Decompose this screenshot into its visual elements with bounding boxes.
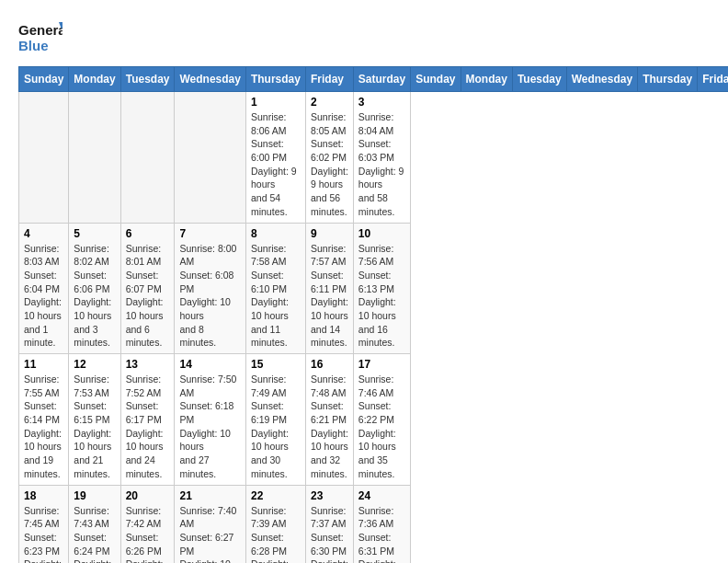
header-friday: Friday: [305, 67, 353, 92]
day-number: 9: [311, 227, 348, 240]
page-header: General Blue: [18, 18, 710, 57]
header-wednesday: Wednesday: [175, 67, 245, 92]
svg-text:General: General: [18, 22, 63, 38]
calendar-cell: 24Sunrise: 7:36 AMSunset: 6:31 PMDayligh…: [353, 485, 410, 563]
day-info: Sunrise: 8:04 AMSunset: 6:03 PMDaylight:…: [358, 110, 405, 219]
day-number: 10: [358, 227, 405, 240]
svg-text:Blue: Blue: [18, 38, 49, 53]
header-tuesday: Tuesday: [120, 67, 175, 92]
col-header-tuesday: Tuesday: [512, 67, 566, 92]
day-number: 5: [74, 227, 115, 240]
header-monday: Monday: [69, 67, 120, 92]
day-info: Sunrise: 8:05 AMSunset: 6:02 PMDaylight:…: [311, 110, 348, 219]
day-number: 18: [24, 489, 63, 502]
day-info: Sunrise: 7:52 AMSunset: 6:17 PMDaylight:…: [126, 373, 170, 481]
day-info: Sunrise: 8:03 AMSunset: 6:04 PMDaylight:…: [24, 242, 63, 350]
calendar-cell: [19, 92, 69, 224]
day-number: 16: [311, 358, 348, 371]
day-info: Sunrise: 7:39 AMSunset: 6:28 PMDaylight:…: [251, 504, 301, 564]
day-number: 15: [251, 358, 301, 371]
day-number: 21: [179, 489, 240, 502]
week-row-3: 11Sunrise: 7:55 AMSunset: 6:14 PMDayligh…: [19, 354, 729, 486]
day-number: 20: [126, 489, 170, 502]
col-header-wednesday: Wednesday: [566, 67, 637, 92]
calendar-cell: 22Sunrise: 7:39 AMSunset: 6:28 PMDayligh…: [245, 485, 305, 563]
day-number: 3: [358, 96, 405, 109]
day-number: 14: [179, 358, 240, 371]
day-number: 1: [251, 96, 301, 109]
calendar-table: SundayMondayTuesdayWednesdayThursdayFrid…: [18, 66, 728, 563]
day-info: Sunrise: 7:46 AMSunset: 6:22 PMDaylight:…: [358, 373, 405, 481]
day-number: 2: [311, 96, 348, 109]
day-info: Sunrise: 8:06 AMSunset: 6:00 PMDaylight:…: [251, 110, 301, 219]
calendar-cell: 15Sunrise: 7:49 AMSunset: 6:19 PMDayligh…: [245, 354, 305, 486]
day-number: 11: [24, 358, 63, 371]
day-number: 17: [358, 358, 405, 371]
calendar-cell: 4Sunrise: 8:03 AMSunset: 6:04 PMDaylight…: [19, 223, 69, 354]
col-header-thursday: Thursday: [638, 67, 698, 92]
day-number: 6: [126, 227, 170, 240]
header-thursday: Thursday: [245, 67, 305, 92]
week-row-1: 1Sunrise: 8:06 AMSunset: 6:00 PMDaylight…: [19, 92, 729, 224]
day-info: Sunrise: 7:45 AMSunset: 6:23 PMDaylight:…: [24, 504, 63, 564]
calendar-header-row: SundayMondayTuesdayWednesdayThursdayFrid…: [19, 67, 729, 92]
calendar-cell: 13Sunrise: 7:52 AMSunset: 6:17 PMDayligh…: [120, 354, 175, 486]
day-info: Sunrise: 7:57 AMSunset: 6:11 PMDaylight:…: [311, 242, 348, 350]
calendar-cell: 8Sunrise: 7:58 AMSunset: 6:10 PMDaylight…: [245, 223, 305, 354]
calendar-cell: [69, 92, 120, 224]
day-info: Sunrise: 7:42 AMSunset: 6:26 PMDaylight:…: [126, 504, 170, 564]
day-info: Sunrise: 7:37 AMSunset: 6:30 PMDaylight:…: [311, 504, 348, 564]
calendar-cell: 12Sunrise: 7:53 AMSunset: 6:15 PMDayligh…: [69, 354, 120, 486]
header-sunday: Sunday: [19, 67, 69, 92]
day-info: Sunrise: 7:56 AMSunset: 6:13 PMDaylight:…: [358, 242, 405, 350]
week-row-4: 18Sunrise: 7:45 AMSunset: 6:23 PMDayligh…: [19, 485, 729, 563]
calendar-cell: 7Sunrise: 8:00 AMSunset: 6:08 PMDaylight…: [175, 223, 245, 354]
col-header-sunday: Sunday: [411, 67, 461, 92]
day-number: 4: [24, 227, 63, 240]
calendar-cell: 11Sunrise: 7:55 AMSunset: 6:14 PMDayligh…: [19, 354, 69, 486]
calendar-cell: 14Sunrise: 7:50 AMSunset: 6:18 PMDayligh…: [175, 354, 245, 486]
day-number: 8: [251, 227, 301, 240]
calendar-cell: 5Sunrise: 8:02 AMSunset: 6:06 PMDaylight…: [69, 223, 120, 354]
calendar-cell: 16Sunrise: 7:48 AMSunset: 6:21 PMDayligh…: [305, 354, 353, 486]
week-row-2: 4Sunrise: 8:03 AMSunset: 6:04 PMDaylight…: [19, 223, 729, 354]
day-info: Sunrise: 8:02 AMSunset: 6:06 PMDaylight:…: [74, 242, 115, 350]
day-number: 22: [251, 489, 301, 502]
calendar-cell: 23Sunrise: 7:37 AMSunset: 6:30 PMDayligh…: [305, 485, 353, 563]
calendar-cell: 1Sunrise: 8:06 AMSunset: 6:00 PMDaylight…: [245, 92, 305, 224]
day-number: 7: [179, 227, 240, 240]
day-info: Sunrise: 7:43 AMSunset: 6:24 PMDaylight:…: [74, 504, 115, 564]
day-info: Sunrise: 7:55 AMSunset: 6:14 PMDaylight:…: [24, 373, 63, 481]
calendar-cell: 17Sunrise: 7:46 AMSunset: 6:22 PMDayligh…: [353, 354, 410, 486]
calendar-cell: 18Sunrise: 7:45 AMSunset: 6:23 PMDayligh…: [19, 485, 69, 563]
day-info: Sunrise: 8:01 AMSunset: 6:07 PMDaylight:…: [126, 242, 170, 350]
day-info: Sunrise: 7:40 AMSunset: 6:27 PMDaylight:…: [179, 504, 240, 564]
day-info: Sunrise: 7:49 AMSunset: 6:19 PMDaylight:…: [251, 373, 301, 481]
calendar-cell: [175, 92, 245, 224]
col-header-friday: Friday: [698, 67, 728, 92]
logo-svg: General Blue: [18, 18, 63, 57]
calendar-cell: 19Sunrise: 7:43 AMSunset: 6:24 PMDayligh…: [69, 485, 120, 563]
day-number: 23: [311, 489, 348, 502]
calendar-cell: 2Sunrise: 8:05 AMSunset: 6:02 PMDaylight…: [305, 92, 353, 224]
day-number: 24: [358, 489, 405, 502]
calendar-cell: 6Sunrise: 8:01 AMSunset: 6:07 PMDaylight…: [120, 223, 175, 354]
day-number: 12: [74, 358, 115, 371]
calendar-cell: [120, 92, 175, 224]
day-info: Sunrise: 7:50 AMSunset: 6:18 PMDaylight:…: [179, 373, 240, 481]
calendar-cell: 20Sunrise: 7:42 AMSunset: 6:26 PMDayligh…: [120, 485, 175, 563]
header-saturday: Saturday: [353, 67, 410, 92]
day-info: Sunrise: 7:58 AMSunset: 6:10 PMDaylight:…: [251, 242, 301, 350]
calendar-cell: 10Sunrise: 7:56 AMSunset: 6:13 PMDayligh…: [353, 223, 410, 354]
day-info: Sunrise: 8:00 AMSunset: 6:08 PMDaylight:…: [179, 242, 240, 350]
day-info: Sunrise: 7:36 AMSunset: 6:31 PMDaylight:…: [358, 504, 405, 564]
day-number: 19: [74, 489, 115, 502]
day-number: 13: [126, 358, 170, 371]
calendar-cell: 9Sunrise: 7:57 AMSunset: 6:11 PMDaylight…: [305, 223, 353, 354]
col-header-monday: Monday: [461, 67, 512, 92]
logo: General Blue: [18, 18, 63, 57]
calendar-cell: 21Sunrise: 7:40 AMSunset: 6:27 PMDayligh…: [175, 485, 245, 563]
day-info: Sunrise: 7:48 AMSunset: 6:21 PMDaylight:…: [311, 373, 348, 481]
calendar-cell: 3Sunrise: 8:04 AMSunset: 6:03 PMDaylight…: [353, 92, 410, 224]
day-info: Sunrise: 7:53 AMSunset: 6:15 PMDaylight:…: [74, 373, 115, 481]
